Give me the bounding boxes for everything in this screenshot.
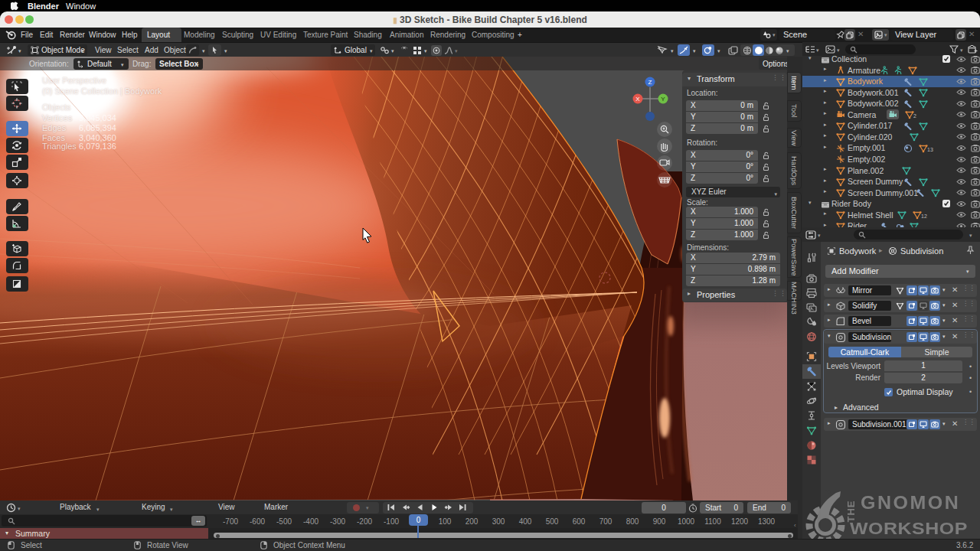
svg-text:GNOMON: GNOMON [861,493,960,513]
svg-text:Z: Z [648,79,652,86]
svg-text:WORKSHOP: WORKSHOP [850,519,968,537]
svg-text:Y: Y [661,96,665,103]
svg-text:X: X [635,96,640,103]
